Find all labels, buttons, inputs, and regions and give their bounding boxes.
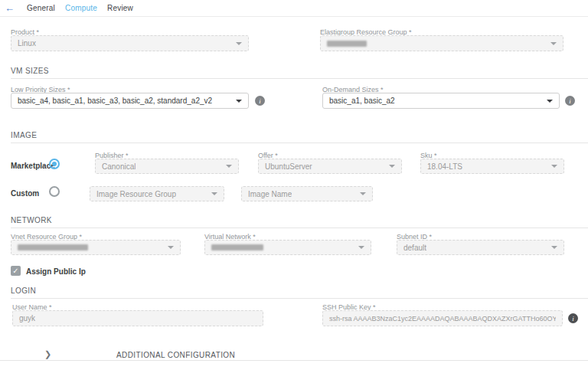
info-icon[interactable]: i — [565, 96, 575, 106]
elastigroup-rg-select[interactable] — [320, 35, 564, 51]
offer-select[interactable]: UbuntuServer — [258, 159, 402, 174]
image-resource-group-placeholder: Image Resource Group — [96, 190, 176, 198]
chevron-down-icon — [226, 165, 232, 168]
compute-config-page: ← General Compute Review Product * Linux… — [0, 0, 588, 370]
chevron-down-icon — [389, 165, 395, 168]
section-divider — [11, 228, 588, 228]
info-icon[interactable]: i — [255, 96, 265, 106]
additional-configuration-toggle[interactable]: ADDITIONAL CONFIGURATION — [116, 351, 235, 359]
subnet-id-select[interactable]: default — [397, 240, 564, 255]
tab-review[interactable]: Review — [107, 4, 133, 12]
redacted-value — [327, 41, 367, 47]
tab-compute[interactable]: Compute — [65, 4, 97, 12]
network-section-title: NETWORK — [11, 216, 52, 224]
offer-value: UbuntuServer — [265, 162, 312, 171]
user-name-input[interactable]: guyk — [12, 310, 263, 326]
publisher-value: Canonical — [102, 162, 136, 171]
section-divider — [0, 360, 588, 361]
vnet-resource-group-select[interactable] — [11, 240, 181, 255]
low-priority-sizes-value: basic_a4, basic_a1, basic_a3, basic_a2, … — [18, 97, 212, 105]
marketplace-radio[interactable] — [49, 159, 60, 169]
product-select[interactable]: Linux — [11, 35, 249, 51]
chevron-down-icon — [551, 246, 557, 249]
assign-public-ip-label: Assign Public Ip — [26, 267, 86, 276]
user-name-value: guyk — [19, 314, 35, 323]
info-icon[interactable]: i — [568, 313, 578, 323]
image-name-placeholder: Image Name — [248, 190, 292, 198]
publisher-select[interactable]: Canonical — [95, 159, 239, 174]
image-name-select[interactable]: Image Name — [241, 186, 373, 201]
on-demand-sizes-select[interactable]: basic_a1, basic_a2 — [322, 93, 560, 109]
radio-dot — [52, 162, 57, 166]
chevron-down-icon — [168, 246, 174, 249]
image-section-title: IMAGE — [11, 131, 37, 139]
wizard-tab-bar: ← General Compute Review — [0, 0, 588, 17]
redacted-value — [211, 244, 263, 250]
tab-general[interactable]: General — [27, 4, 55, 12]
chevron-down-icon — [547, 100, 553, 103]
custom-option-label: Custom — [11, 189, 39, 198]
subnet-id-value: default — [403, 244, 426, 252]
expand-chevron-icon[interactable]: ❯ — [44, 349, 51, 359]
chevron-down-icon — [236, 100, 242, 103]
section-divider — [11, 142, 588, 143]
sku-value: 18.04-LTS — [427, 162, 462, 171]
chevron-down-icon — [360, 192, 366, 195]
virtual-network-select[interactable] — [204, 240, 371, 255]
chevron-down-icon — [236, 42, 242, 45]
back-arrow-icon[interactable]: ← — [5, 2, 15, 15]
product-value: Linux — [18, 39, 36, 47]
low-priority-sizes-select[interactable]: basic_a4, basic_a1, basic_a3, basic_a2, … — [11, 93, 249, 109]
section-divider — [11, 298, 588, 299]
assign-public-ip-checkbox[interactable]: ✓ — [11, 266, 21, 276]
chevron-down-icon — [211, 192, 217, 195]
custom-radio[interactable] — [49, 186, 60, 197]
chevron-down-icon — [358, 246, 364, 249]
image-resource-group-select[interactable]: Image Resource Group — [90, 186, 224, 201]
ssh-public-key-input[interactable]: ssh-rsa AAAAB3NzaC1yc2EAAAADAQABAAABAQDX… — [322, 310, 563, 326]
chevron-down-icon — [550, 42, 557, 45]
sku-select[interactable]: 18.04-LTS — [420, 159, 564, 174]
on-demand-sizes-value: basic_a1, basic_a2 — [329, 97, 395, 105]
section-divider — [11, 78, 588, 79]
redacted-value — [18, 244, 88, 250]
chevron-down-icon — [551, 165, 557, 168]
ssh-public-key-value: ssh-rsa AAAAB3NzaC1yc2EAAAADAQABAAABAQDX… — [329, 315, 556, 323]
login-section-title: LOGIN — [11, 287, 36, 295]
vm-sizes-section-title: VM SIZES — [11, 67, 49, 75]
